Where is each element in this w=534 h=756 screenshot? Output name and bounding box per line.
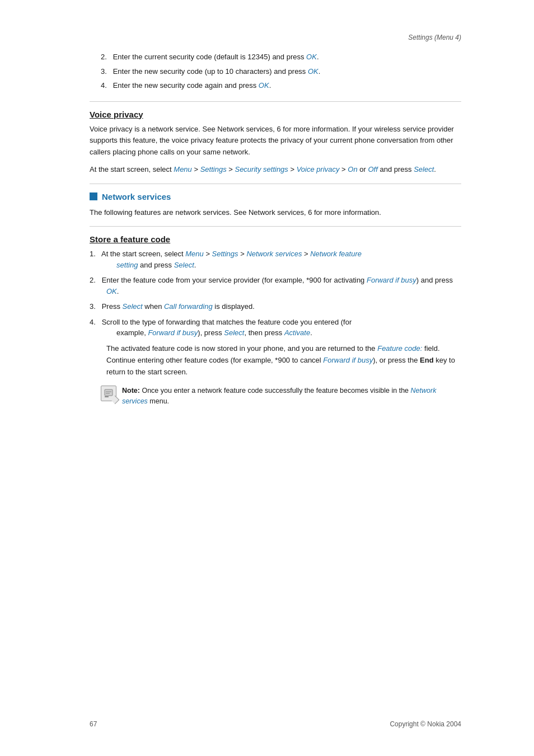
list-item: 2. Enter the feature code from your serv… <box>90 275 461 297</box>
store-feature-heading: Store a feature code <box>90 234 461 244</box>
network-services-heading: Network services <box>90 192 461 201</box>
divider <box>90 101 461 102</box>
list-item: 3. Enter the new security code (up to 10… <box>101 66 461 77</box>
list-item: 4. Scroll to the type of forwarding that… <box>90 317 461 339</box>
network-square-icon <box>90 192 97 200</box>
intro-list: 2. Enter the current security code (defa… <box>101 51 461 91</box>
store-feature-list: 1. At the start screen, select Menu > Se… <box>90 248 461 339</box>
list-item: 4. Enter the new security code again and… <box>101 80 461 91</box>
voice-privacy-body2: At the start screen, select Menu > Setti… <box>90 164 461 176</box>
note-box: Note: Once you enter a network feature c… <box>101 386 461 407</box>
svg-rect-1 <box>105 396 109 397</box>
note-text: Note: Once you enter a network feature c… <box>122 386 461 407</box>
list-item: 1. At the start screen, select Menu > Se… <box>90 248 461 270</box>
divider-3 <box>90 226 461 227</box>
divider-2 <box>90 184 461 184</box>
note-icon <box>101 386 116 401</box>
network-services-body: The following features are network servi… <box>90 207 461 219</box>
list-item: 3. Press Select when Call forwarding is … <box>90 301 461 312</box>
section-label: Settings (Menu 4) <box>90 34 461 41</box>
copyright: Copyright © Nokia 2004 <box>390 720 461 728</box>
voice-privacy-heading: Voice privacy <box>90 110 461 119</box>
continuation-text: The activated feature code is now stored… <box>106 343 461 378</box>
svg-rect-0 <box>105 389 113 396</box>
page-number: 67 <box>90 720 97 728</box>
footer: 67 Copyright © Nokia 2004 <box>0 720 534 728</box>
voice-privacy-body1: Voice privacy is a network service. See … <box>90 124 461 158</box>
page: { "header": { "section_label": "Settings… <box>0 0 534 756</box>
list-item: 2. Enter the current security code (defa… <box>101 51 461 63</box>
